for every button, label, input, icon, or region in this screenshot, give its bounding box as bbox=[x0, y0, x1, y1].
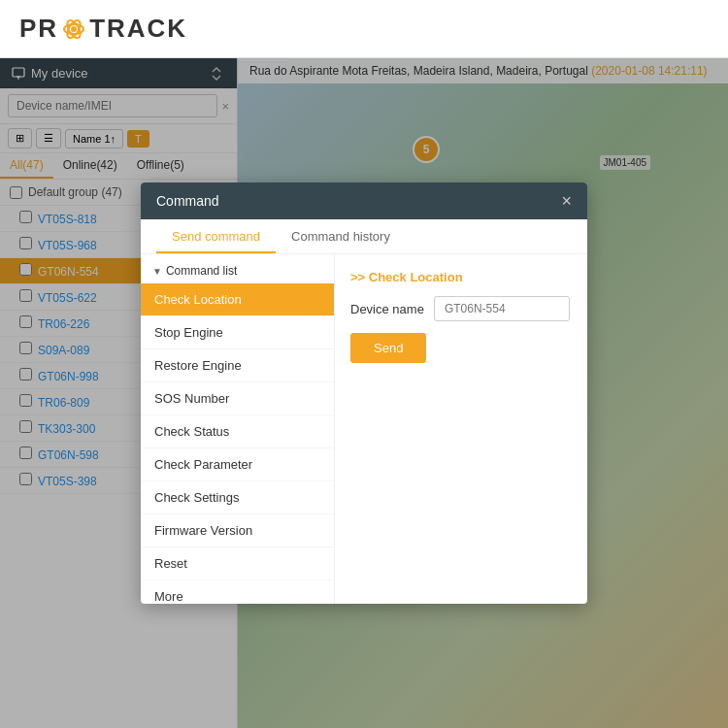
command-item-check-status[interactable]: Check Status bbox=[141, 415, 334, 448]
command-item-more[interactable]: More bbox=[141, 580, 334, 604]
command-item-check-location[interactable]: Check Location bbox=[141, 283, 334, 316]
command-list-header: ▼ Command list bbox=[141, 254, 334, 283]
device-name-row: Device name bbox=[350, 296, 572, 321]
command-list-label: Command list bbox=[166, 264, 237, 278]
command-item-restore-engine[interactable]: Restore Engine bbox=[141, 349, 334, 382]
command-item-check-parameter[interactable]: Check Parameter bbox=[141, 448, 334, 481]
command-item-stop-engine[interactable]: Stop Engine bbox=[141, 316, 334, 349]
dialog-tabs: Send command Command history bbox=[141, 219, 587, 254]
collapse-arrow-icon[interactable]: ▼ bbox=[152, 266, 162, 277]
logo-post: TRACK bbox=[89, 14, 187, 44]
header: PR TRACK bbox=[0, 0, 728, 58]
logo-pre: PR bbox=[19, 14, 58, 44]
command-list-panel: ▼ Command list Check Location Stop Engin… bbox=[141, 254, 335, 604]
command-item-check-settings[interactable]: Check Settings bbox=[141, 481, 334, 514]
device-name-input[interactable] bbox=[434, 296, 570, 321]
command-dialog: Command × Send command Command history ▼… bbox=[141, 182, 587, 604]
tab-command-history[interactable]: Command history bbox=[276, 219, 406, 253]
dialog-header: Command × bbox=[141, 182, 587, 219]
modal-overlay[interactable]: Command × Send command Command history ▼… bbox=[0, 58, 728, 728]
command-item-reset[interactable]: Reset bbox=[141, 547, 334, 580]
command-item-sos-number[interactable]: SOS Number bbox=[141, 382, 334, 415]
dialog-body: ▼ Command list Check Location Stop Engin… bbox=[141, 254, 587, 604]
send-button[interactable]: Send bbox=[350, 333, 426, 363]
logo-icon bbox=[60, 16, 87, 43]
command-right-panel: >> Check Location Device name Send bbox=[335, 254, 587, 604]
tab-send-command[interactable]: Send command bbox=[156, 219, 276, 253]
dialog-title: Command bbox=[156, 193, 219, 209]
device-name-label: Device name bbox=[350, 302, 424, 316]
dialog-close-button[interactable]: × bbox=[561, 192, 572, 210]
main: My device × ⊞ ☰ Name 1↑ T All(47) Online… bbox=[0, 58, 728, 728]
command-item-firmware-version[interactable]: Firmware Version bbox=[141, 514, 334, 547]
logo: PR TRACK bbox=[19, 14, 187, 44]
svg-point-3 bbox=[71, 26, 77, 32]
check-location-link[interactable]: >> Check Location bbox=[350, 270, 572, 284]
